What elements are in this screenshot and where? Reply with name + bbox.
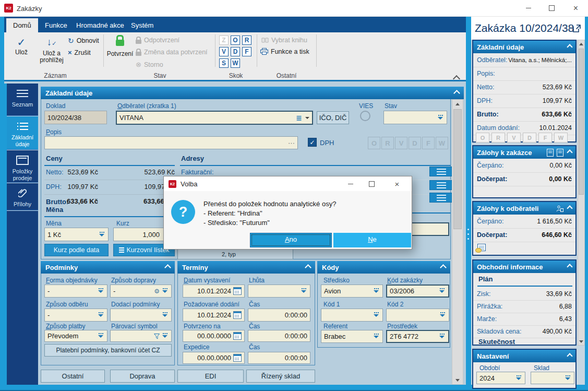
dialog-minimize-button[interactable] <box>340 176 361 191</box>
cas2-field[interactable]: 0:00:00 <box>248 330 310 342</box>
ano-button[interactable]: Ano <box>250 233 332 247</box>
dialog-maximize-button[interactable] <box>361 176 382 191</box>
partial-button[interactable]: 2, typ <box>177 248 293 259</box>
address-menu-button[interactable] <box>429 180 453 190</box>
address-menu-button[interactable] <box>429 193 453 203</box>
jump-r-button[interactable]: R <box>242 35 251 45</box>
sidebar-item-prilohy[interactable]: Přílohy <box>7 183 38 210</box>
main-scrollbar[interactable] <box>452 99 463 385</box>
jump-f-button[interactable]: F <box>242 47 251 56</box>
tab-funkce[interactable]: Funkce <box>38 18 74 32</box>
chevron-up-icon[interactable] <box>453 90 460 97</box>
mena-dropdown[interactable]: 1 Kč <box>44 228 109 241</box>
jump-d-button[interactable]: D <box>231 47 240 56</box>
sidebar-item-seznam[interactable]: Seznam <box>7 84 38 116</box>
dodaci-podminky-dropdown[interactable] <box>110 309 172 322</box>
confirm-button[interactable]: Potvrzení <box>106 34 134 57</box>
refresh-button[interactable]: ↻ Obnovit <box>68 37 99 45</box>
jump-o-button[interactable]: O <box>231 35 240 45</box>
ellipsis-button[interactable]: ··· <box>288 139 295 147</box>
panel-splitter[interactable] <box>466 17 471 385</box>
chevron-up-icon[interactable] <box>567 44 572 50</box>
obdobi-dropdown[interactable]: 2024 <box>476 372 525 384</box>
potvrzeno-na-field[interactable]: 00.00.0000 <box>183 330 245 342</box>
dialog-close-button[interactable]: × <box>382 176 412 191</box>
right-panel-scrollbar[interactable] <box>578 40 585 346</box>
kod1-dropdown[interactable] <box>321 309 383 322</box>
chevron-up-icon[interactable] <box>567 205 572 211</box>
minimize-button[interactable] <box>517 0 540 16</box>
stredisko-dropdown[interactable]: Avion <box>321 285 383 298</box>
calendar-icon[interactable] <box>233 311 242 319</box>
prostredek-dropdown[interactable]: 2T6 4772 <box>386 330 449 343</box>
lhuta-dropdown[interactable] <box>248 285 310 298</box>
ribbon-collapse-button[interactable] <box>454 74 459 84</box>
edi-button[interactable]: EDI <box>177 370 244 383</box>
kod-zakazky-dropdown[interactable]: 03/2006 <box>386 285 449 298</box>
chevron-up-icon[interactable] <box>567 149 572 155</box>
stav-dropdown[interactable] <box>383 111 447 124</box>
scroll-up-button[interactable] <box>578 40 584 48</box>
open-external-icon[interactable] <box>572 24 581 35</box>
ne-button[interactable]: Ne <box>333 233 411 247</box>
sklad-dropdown[interactable] <box>531 372 574 384</box>
zpusob-platby-dropdown[interactable]: Převodem <box>44 330 107 342</box>
chevron-up-icon[interactable] <box>567 264 572 269</box>
chevron-up-icon[interactable] <box>567 353 572 359</box>
jump-w-button[interactable]: W <box>231 58 240 68</box>
datum-vystaveni-field[interactable]: 10.01.2024 <box>183 285 245 298</box>
calendar-icon[interactable] <box>233 332 242 340</box>
tab-system[interactable]: Systém <box>124 18 160 32</box>
calendar-icon[interactable] <box>233 287 242 295</box>
popis-field[interactable]: ··· <box>44 136 298 149</box>
forma-objednavky-dropdown[interactable]: - <box>44 285 107 298</box>
kod2-dropdown[interactable] <box>386 309 449 322</box>
ico-dic-button[interactable]: IČO, DIČ <box>317 111 349 124</box>
dph-checkbox[interactable]: ✓ <box>308 138 317 147</box>
scrollbar-thumb[interactable] <box>579 49 584 195</box>
person-document-icon[interactable] <box>556 205 563 212</box>
address-menu-button[interactable] <box>429 167 453 176</box>
rizeny-sklad-button[interactable]: Řízený sklad <box>246 370 315 383</box>
cancel-button[interactable]: × Zrušit <box>68 49 91 56</box>
odberatel-combo[interactable]: VITANA ≣ <box>116 111 313 125</box>
kurz-podle-data-button[interactable]: Kurz podle data <box>44 244 109 256</box>
functions-print-button[interactable]: Funkce a tisk <box>260 48 309 55</box>
cas1-field[interactable]: 0:00:00 <box>248 309 310 322</box>
filter-icon[interactable] <box>154 333 160 339</box>
jump-v-button[interactable]: V <box>219 47 229 56</box>
chevron-down-icon[interactable] <box>305 117 309 119</box>
close-button[interactable]: × <box>563 0 588 16</box>
pozadovane-dodani-field[interactable]: 10.01.2024 <box>183 309 245 322</box>
sidebar-item-polozky-prodeje[interactable]: Položky prodeje <box>7 150 38 183</box>
chevron-up-icon[interactable] <box>440 264 447 271</box>
lhuta-label: Lhůta <box>249 277 265 284</box>
ostatni-button[interactable]: Ostatní <box>41 370 105 383</box>
cas3-field[interactable]: 0:00:00 <box>248 352 310 364</box>
expedice-field[interactable]: 00.00.0000 <box>183 352 245 364</box>
parovaci-symbol-dropdown[interactable] <box>110 330 172 342</box>
save-button[interactable]: ✓ Ulož <box>9 35 33 56</box>
zpusob-odberu-dropdown[interactable]: - <box>44 309 107 322</box>
chevron-up-icon[interactable] <box>305 264 311 271</box>
scroll-down-button[interactable] <box>578 338 584 345</box>
platebni-podminky-button[interactable]: Platební podmínky, bankovní účet CZ <box>44 344 172 357</box>
document-icon[interactable] <box>547 149 554 157</box>
scroll-up-button[interactable] <box>452 100 463 108</box>
zpusob-dopravy-dropdown[interactable]: - ⚙ <box>110 285 172 298</box>
tab-domu[interactable]: Domů <box>6 18 38 32</box>
documents-icon[interactable] <box>557 149 563 157</box>
doprava-button[interactable]: Doprava <box>110 370 175 383</box>
sidebar-item-zakladni-udaje[interactable]: Základní údaje <box>7 116 38 150</box>
scroll-down-button[interactable] <box>452 376 463 384</box>
jump-s-button[interactable]: S <box>219 58 229 68</box>
save-and-view-button[interactable]: ↓✓ Ulož a prohlížej <box>35 35 68 64</box>
tab-hromadne-akce[interactable]: Hromadné akce <box>69 18 131 32</box>
invoice-coin-icon[interactable] <box>477 244 486 251</box>
referent-dropdown[interactable]: Brabec <box>321 330 383 343</box>
scrollbar-thumb[interactable] <box>453 109 462 229</box>
calendar-icon[interactable] <box>233 354 242 362</box>
chevron-up-icon[interactable] <box>164 264 171 271</box>
gear-icon[interactable]: ⚙ <box>154 288 160 295</box>
maximize-button[interactable] <box>540 0 563 16</box>
